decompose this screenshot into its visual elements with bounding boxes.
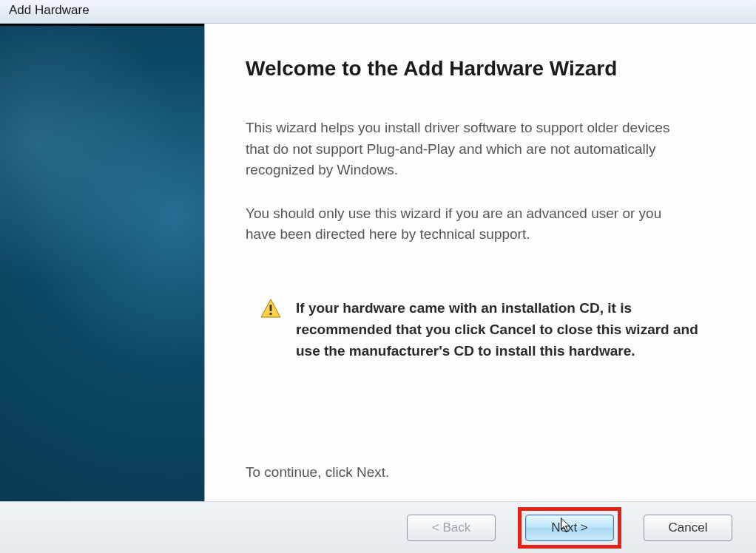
warning-icon <box>260 299 281 321</box>
next-button[interactable]: Next > <box>525 515 614 541</box>
svg-point-2 <box>269 312 272 315</box>
wizard-window: Add Hardware Welcome to the Add Hardware… <box>0 0 756 553</box>
warning-text: If your hardware came with an installati… <box>296 297 710 362</box>
warning-block: If your hardware came with an installati… <box>260 297 715 362</box>
intro-paragraph-2: You should only use this wizard if you a… <box>246 203 689 245</box>
page-heading: Welcome to the Add Hardware Wizard <box>246 57 715 81</box>
cancel-button[interactable]: Cancel <box>644 515 732 541</box>
back-button: < Back <box>407 515 496 541</box>
titlebar: Add Hardware <box>0 0 756 24</box>
content-area: Welcome to the Add Hardware Wizard This … <box>0 24 756 501</box>
intro-paragraph-1: This wizard helps you install driver sof… <box>246 118 689 181</box>
annotation-highlight: Next > <box>518 507 621 549</box>
continue-instruction: To continue, click Next. <box>246 464 715 481</box>
wizard-sidebar-image <box>0 24 205 501</box>
main-panel: Welcome to the Add Hardware Wizard This … <box>205 24 756 501</box>
svg-rect-1 <box>270 305 272 311</box>
button-bar: < Back Next > Cancel <box>0 501 756 553</box>
